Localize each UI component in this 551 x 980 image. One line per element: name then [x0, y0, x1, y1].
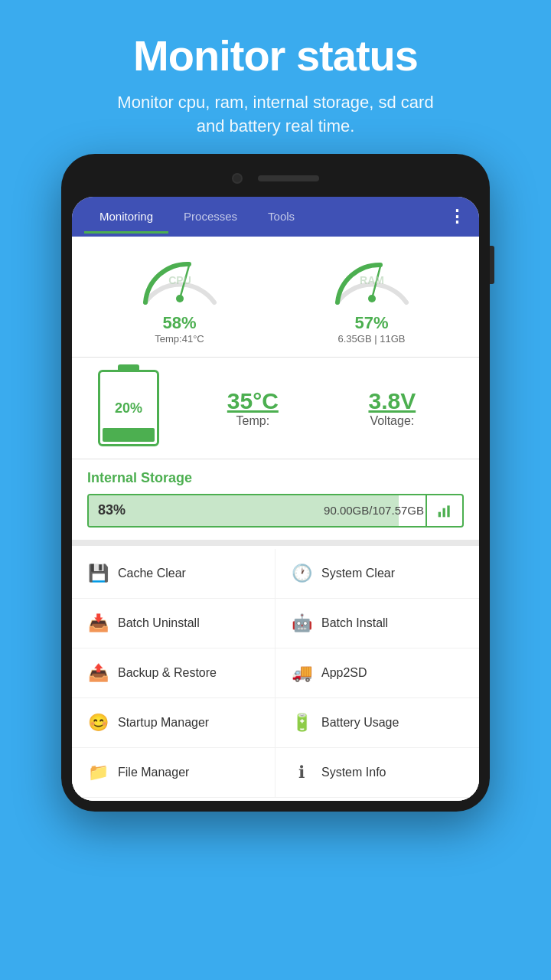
battery-voltage-stat: 3.8V Voltage:: [368, 388, 416, 428]
app2sd-icon: 🚚: [291, 662, 312, 684]
tab-monitoring[interactable]: Monitoring: [84, 199, 168, 234]
screen-content: CPU 58% Temp:41°C RAM: [72, 237, 479, 801]
battery-voltage-label: Voltage:: [368, 414, 416, 428]
tool-item-startup-manager[interactable]: 😊 Startup Manager: [72, 698, 276, 748]
battery-usage-label: Battery Usage: [321, 716, 399, 730]
system-info-icon: ℹ: [291, 762, 312, 783]
storage-title: Internal Storage: [87, 470, 464, 486]
backup-restore-label: Backup & Restore: [118, 666, 217, 680]
battery-row: 20% 35°C Temp: 3.8V Voltage:: [72, 358, 479, 459]
file-manager-label: File Manager: [118, 766, 189, 779]
cpu-temp: Temp:41°C: [155, 333, 204, 345]
battery-voltage-value: 3.8V: [368, 388, 416, 414]
header-title: Monitor status: [31, 31, 520, 80]
app2sd-label: App2SD: [321, 666, 367, 680]
tool-item-file-manager[interactable]: 📁 File Manager: [72, 748, 276, 798]
tool-item-system-clear[interactable]: 🕐 System Clear: [276, 549, 479, 599]
battery-temp-label: Temp:: [227, 414, 279, 428]
front-camera: [232, 173, 243, 184]
batch-uninstall-icon: 📥: [87, 612, 109, 634]
batch-uninstall-label: Batch Uninstall: [118, 616, 200, 630]
ram-gauge: RAM 57% 6.35GB | 11GB: [279, 249, 464, 345]
svg-point-1: [176, 295, 184, 302]
ram-percent: 57%: [354, 313, 388, 333]
batch-install-label: Batch Install: [321, 616, 388, 630]
system-clear-label: System Clear: [321, 567, 395, 580]
tools-grid: 💾 Cache Clear 🕐 System Clear 📥 Batch Uni…: [72, 546, 479, 801]
header-section: Monitor status Monitor cpu, ram, interna…: [0, 0, 551, 154]
tool-item-batch-install[interactable]: 🤖 Batch Install: [276, 599, 479, 648]
phone-top-bar: [72, 165, 479, 192]
overflow-menu-button[interactable]: ⋮: [448, 207, 467, 227]
file-manager-icon: 📁: [87, 762, 109, 783]
svg-text:CPU: CPU: [168, 274, 191, 286]
svg-point-4: [368, 295, 376, 302]
battery-temp-value: 35°C: [227, 388, 279, 414]
svg-text:RAM: RAM: [360, 274, 384, 286]
system-clear-icon: 🕐: [291, 563, 312, 584]
battery-icon: 20%: [98, 370, 159, 446]
tool-item-batch-uninstall[interactable]: 📥 Batch Uninstall: [72, 599, 276, 648]
phone-screen: Monitoring Processes Tools ⋮: [72, 197, 479, 801]
tab-tools[interactable]: Tools: [253, 199, 310, 234]
storage-bar: 83% 90.00GB/107.57GB: [87, 494, 464, 528]
startup-manager-label: Startup Manager: [118, 716, 209, 730]
battery-usage-icon: 🔋: [291, 712, 312, 733]
battery-fill: [103, 428, 155, 442]
storage-row: Internal Storage 83% 90.00GB/107.57GB: [72, 459, 479, 546]
speaker: [258, 175, 319, 181]
batch-install-icon: 🤖: [291, 612, 312, 634]
cpu-gauge-svg: CPU: [134, 249, 226, 310]
header-subtitle: Monitor cpu, ram, internal storage, sd c…: [31, 91, 520, 139]
cache-clear-label: Cache Clear: [118, 567, 186, 580]
side-button: [490, 246, 494, 284]
gauges-row: CPU 58% Temp:41°C RAM: [72, 237, 479, 358]
system-info-label: System Info: [321, 766, 386, 779]
app-bar: Monitoring Processes Tools ⋮: [72, 197, 479, 237]
tool-item-app2sd[interactable]: 🚚 App2SD: [276, 648, 479, 698]
startup-manager-icon: 😊: [87, 712, 109, 733]
tool-item-battery-usage[interactable]: 🔋 Battery Usage: [276, 698, 479, 748]
tab-bar: Monitoring Processes Tools: [84, 199, 448, 234]
cpu-percent: 58%: [162, 313, 196, 333]
battery-temp-stat: 35°C Temp:: [227, 388, 279, 428]
tab-processes[interactable]: Processes: [168, 199, 253, 234]
ram-gauge-svg: RAM: [326, 249, 418, 310]
ram-detail: 6.35GB | 11GB: [338, 333, 406, 345]
cpu-gauge: CPU 58% Temp:41°C: [87, 249, 272, 345]
backup-restore-icon: 📤: [87, 662, 109, 684]
battery-percent: 20%: [115, 400, 142, 416]
tool-item-backup-restore[interactable]: 📤 Backup & Restore: [72, 648, 276, 698]
phone-shell: Monitoring Processes Tools ⋮: [61, 154, 490, 812]
cache-clear-icon: 💾: [87, 563, 109, 584]
storage-percent: 83%: [89, 502, 126, 518]
tool-item-cache-clear[interactable]: 💾 Cache Clear: [72, 549, 276, 599]
battery-icon-container: 20%: [90, 370, 167, 446]
tool-item-system-info[interactable]: ℹ System Info: [276, 748, 479, 798]
battery-stats: 35°C Temp: 3.8V Voltage:: [182, 388, 461, 428]
storage-detail: 90.00GB/107.57GB: [324, 504, 462, 517]
